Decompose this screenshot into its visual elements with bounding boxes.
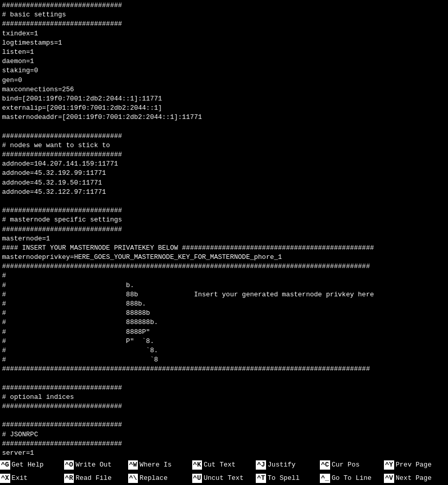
shortcut-label-row1-0: Get Help — [10, 460, 44, 470]
shortcut-key-row2-3: ^U — [192, 474, 202, 483]
shortcut-row-1: ^G Get Help^O Write Out^W Where Is^K Cut… — [0, 458, 448, 472]
shortcut-label-row1-4: Justify — [266, 460, 296, 470]
editor-content[interactable]: ############################## # basic s… — [0, 0, 448, 458]
shortcut-key-row1-3: ^K — [192, 460, 202, 470]
shortcut-label-row2-4: To Spell — [266, 474, 299, 483]
shortcut-label-row2-2: Replace — [138, 474, 168, 483]
shortcut-key-row2-2: ^\ — [128, 474, 138, 483]
shortcut-key-row1-5: ^C — [320, 460, 330, 470]
shortcut-label-row2-0: Exit — [10, 474, 28, 483]
shortcut-item-row1-4[interactable]: ^J Justify — [256, 458, 320, 472]
shortcut-label-row1-2: Where Is — [138, 460, 171, 470]
shortcut-label-row1-5: Cur Pos — [330, 460, 360, 470]
shortcut-key-row2-1: ^R — [64, 474, 74, 483]
shortcut-item-row2-5[interactable]: ^_ Go To Line — [320, 472, 384, 485]
shortcut-label-row1-3: Cut Text — [202, 460, 235, 470]
shortcut-item-row2-0[interactable]: ^X Exit — [0, 472, 64, 485]
shortcut-item-row1-0[interactable]: ^G Get Help — [0, 458, 64, 472]
shortcut-key-row1-0: ^G — [0, 460, 10, 470]
bottom-bar: ^G Get Help^O Write Out^W Where Is^K Cut… — [0, 458, 448, 485]
shortcut-label-row1-1: Write Out — [74, 460, 111, 470]
shortcut-item-row1-3[interactable]: ^K Cut Text — [192, 458, 256, 472]
shortcut-item-row1-5[interactable]: ^C Cur Pos — [320, 458, 384, 472]
shortcut-key-row1-2: ^W — [128, 460, 138, 470]
shortcut-key-row1-1: ^O — [64, 460, 74, 470]
shortcut-label-row2-3: Uncut Text — [202, 474, 243, 483]
shortcut-key-row2-4: ^T — [256, 474, 266, 483]
shortcut-item-row1-2[interactable]: ^W Where Is — [128, 458, 192, 472]
shortcut-key-row1-6: ^Y — [384, 460, 394, 470]
shortcut-row-2: ^X Exit^R Read File^\ Replace^U Uncut Te… — [0, 472, 448, 485]
shortcut-key-row1-4: ^J — [256, 460, 266, 470]
shortcut-label-row2-1: Read File — [74, 474, 111, 483]
shortcut-item-row2-1[interactable]: ^R Read File — [64, 472, 128, 485]
shortcut-item-row2-4[interactable]: ^T To Spell — [256, 472, 320, 485]
shortcut-item-row2-2[interactable]: ^\ Replace — [128, 472, 192, 485]
shortcut-item-row2-3[interactable]: ^U Uncut Text — [192, 472, 256, 485]
shortcut-label-row2-6: Next Page — [394, 474, 432, 483]
shortcut-label-row2-5: Go To Line — [330, 474, 372, 483]
shortcut-label-row1-6: Prev Page — [394, 460, 432, 470]
shortcut-key-row2-0: ^X — [0, 474, 10, 483]
shortcut-key-row2-6: ^V — [384, 474, 394, 483]
shortcut-item-row2-6[interactable]: ^V Next Page — [384, 472, 448, 485]
shortcut-item-row1-1[interactable]: ^O Write Out — [64, 458, 128, 472]
shortcut-item-row1-6[interactable]: ^Y Prev Page — [384, 458, 448, 472]
shortcut-key-row2-5: ^_ — [320, 474, 330, 483]
